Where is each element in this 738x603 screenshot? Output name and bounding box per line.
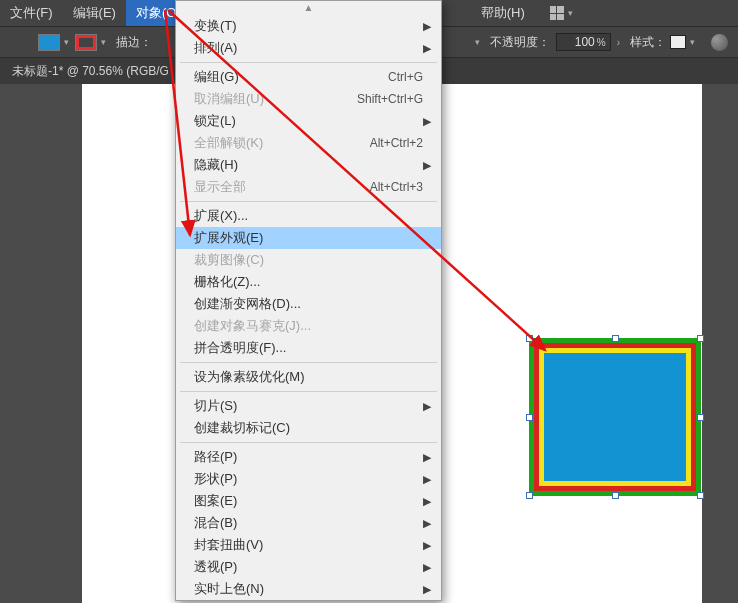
label: 隐藏(H)	[194, 156, 238, 174]
label: 编组(G)	[194, 68, 239, 86]
label: 实时上色(N)	[194, 580, 264, 598]
percent-label: %	[597, 37, 610, 48]
menu-trim-marks[interactable]: 创建裁切标记(C)	[176, 417, 441, 439]
menu-hide[interactable]: 隐藏(H)▶	[176, 154, 441, 176]
chevron-down-icon: ▾	[475, 37, 480, 47]
fill-layer-blue	[544, 353, 686, 481]
resize-handle-l[interactable]	[526, 414, 533, 421]
style-label: 样式：	[630, 34, 666, 51]
label: 拼合透明度(F)...	[194, 339, 286, 357]
object-menu-dropdown: ▲ 变换(T)▶ 排列(A)▶ 编组(G)Ctrl+G 取消编组(U)Shift…	[175, 0, 442, 601]
label: 形状(P)	[194, 470, 237, 488]
menu-pattern[interactable]: 图案(E)▶	[176, 490, 441, 512]
submenu-arrow-icon: ▶	[423, 20, 431, 33]
scroll-up-marker: ▲	[176, 1, 441, 15]
menu-flatten[interactable]: 拼合透明度(F)...	[176, 337, 441, 359]
label: 路径(P)	[194, 448, 237, 466]
menu-expand[interactable]: 扩展(X)...	[176, 205, 441, 227]
submenu-arrow-icon: ▶	[423, 42, 431, 55]
style-swatch[interactable]	[670, 35, 686, 49]
menu-blend[interactable]: 混合(B)▶	[176, 512, 441, 534]
shortcut: Alt+Ctrl+2	[370, 136, 423, 150]
menu-arrange[interactable]: 排列(A)▶	[176, 37, 441, 59]
menu-lock[interactable]: 锁定(L)▶	[176, 110, 441, 132]
label: 显示全部	[194, 178, 246, 196]
resize-handle-tl[interactable]	[526, 335, 533, 342]
menu-gradient-mesh[interactable]: 创建渐变网格(D)...	[176, 293, 441, 315]
menu-file[interactable]: 文件(F)	[0, 0, 63, 26]
menu-transform[interactable]: 变换(T)▶	[176, 15, 441, 37]
menu-group[interactable]: 编组(G)Ctrl+G	[176, 66, 441, 88]
label: 栅格化(Z)...	[194, 273, 260, 291]
opacity-label: 不透明度：	[490, 34, 550, 51]
layout-grid-icon	[550, 6, 564, 20]
label: 全部解锁(K)	[194, 134, 263, 152]
menu-slice[interactable]: 切片(S)▶	[176, 395, 441, 417]
resize-handle-t[interactable]	[612, 335, 619, 342]
label: 切片(S)	[194, 397, 237, 415]
menu-live-paint[interactable]: 实时上色(N)▶	[176, 578, 441, 600]
submenu-arrow-icon: ▶	[423, 473, 431, 486]
chevron-down-icon: ▾	[101, 37, 106, 47]
shortcut: Shift+Ctrl+G	[357, 92, 423, 106]
opacity-input[interactable]: %	[556, 33, 611, 51]
menu-mosaic: 创建对象马赛克(J)...	[176, 315, 441, 337]
label: 创建渐变网格(D)...	[194, 295, 301, 313]
stroke-label: 描边：	[116, 34, 152, 51]
menu-rasterize[interactable]: 栅格化(Z)...	[176, 271, 441, 293]
submenu-arrow-icon: ▶	[423, 451, 431, 464]
label: 封套扭曲(V)	[194, 536, 263, 554]
resize-handle-b[interactable]	[612, 492, 619, 499]
selected-rectangle[interactable]	[529, 338, 701, 496]
shortcut: Ctrl+G	[388, 70, 423, 84]
fill-color-swatch[interactable]	[38, 34, 60, 51]
label: 裁剪图像(C)	[194, 251, 264, 269]
submenu-arrow-icon: ▶	[423, 561, 431, 574]
chevron-down-icon: ▾	[568, 8, 573, 18]
menu-expand-appearance[interactable]: 扩展外观(E)	[176, 227, 441, 249]
label: 变换(T)	[194, 17, 237, 35]
label: 创建对象马赛克(J)...	[194, 317, 311, 335]
menu-ungroup: 取消编组(U)Shift+Ctrl+G	[176, 88, 441, 110]
chevron-right-icon[interactable]: ›	[617, 37, 620, 48]
shortcut: Alt+Ctrl+3	[370, 180, 423, 194]
chevron-down-icon: ▾	[64, 37, 69, 47]
stroke-color-swatch[interactable]	[75, 34, 97, 51]
submenu-arrow-icon: ▶	[423, 400, 431, 413]
label: 图案(E)	[194, 492, 237, 510]
label: 设为像素级优化(M)	[194, 368, 305, 386]
label: 扩展(X)...	[194, 207, 248, 225]
chevron-down-icon: ▾	[690, 37, 695, 47]
submenu-arrow-icon: ▶	[423, 583, 431, 596]
submenu-arrow-icon: ▶	[423, 159, 431, 172]
menu-pixel-perfect[interactable]: 设为像素级优化(M)	[176, 366, 441, 388]
resize-handle-bl[interactable]	[526, 492, 533, 499]
resize-handle-br[interactable]	[697, 492, 704, 499]
label: 排列(A)	[194, 39, 237, 57]
label: 透视(P)	[194, 558, 237, 576]
label: 锁定(L)	[194, 112, 236, 130]
globe-icon[interactable]	[711, 34, 728, 51]
submenu-arrow-icon: ▶	[423, 517, 431, 530]
layout-switcher[interactable]: ▾	[550, 6, 573, 20]
label: 创建裁切标记(C)	[194, 419, 290, 437]
submenu-arrow-icon: ▶	[423, 115, 431, 128]
label: 混合(B)	[194, 514, 237, 532]
submenu-arrow-icon: ▶	[423, 539, 431, 552]
menu-show-all: 显示全部Alt+Ctrl+3	[176, 176, 441, 198]
menu-unlock-all: 全部解锁(K)Alt+Ctrl+2	[176, 132, 441, 154]
menu-edit[interactable]: 编辑(E)	[63, 0, 126, 26]
resize-handle-r[interactable]	[697, 414, 704, 421]
menu-shape[interactable]: 形状(P)▶	[176, 468, 441, 490]
menu-perspective[interactable]: 透视(P)▶	[176, 556, 441, 578]
opacity-value[interactable]	[557, 35, 597, 49]
label: 扩展外观(E)	[194, 229, 263, 247]
resize-handle-tr[interactable]	[697, 335, 704, 342]
menu-crop-image: 裁剪图像(C)	[176, 249, 441, 271]
submenu-arrow-icon: ▶	[423, 495, 431, 508]
label: 取消编组(U)	[194, 90, 264, 108]
menu-envelope[interactable]: 封套扭曲(V)▶	[176, 534, 441, 556]
menu-path[interactable]: 路径(P)▶	[176, 446, 441, 468]
menu-help[interactable]: 帮助(H)	[471, 0, 535, 26]
